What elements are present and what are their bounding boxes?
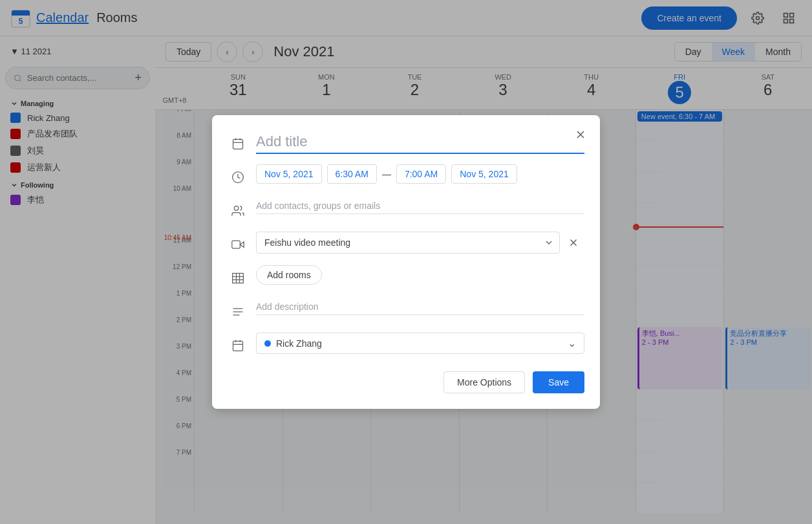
save-button[interactable]: Save — [533, 371, 584, 393]
calendar-icon-svg — [231, 339, 244, 352]
svg-point-18 — [234, 206, 239, 211]
dialog-overlay[interactable]: Nov 5, 2021 6:30 AM — 7:00 AM Nov 5, 202… — [0, 0, 812, 524]
datetime-field: Nov 5, 2021 6:30 AM — 7:00 AM Nov 5, 202… — [256, 164, 584, 184]
description-input[interactable] — [256, 299, 584, 315]
meeting-select-wrapper: Feishu video meeting — [256, 232, 560, 254]
rooms-field: Add rooms — [256, 265, 584, 285]
building-icon — [228, 268, 248, 289]
contacts-icon — [228, 201, 248, 221]
meeting-selected-value: Feishu video meeting — [257, 232, 539, 253]
text-icon — [231, 305, 244, 318]
calendar-icon — [228, 335, 248, 356]
contacts-input[interactable] — [256, 198, 584, 214]
contacts-row — [228, 198, 584, 221]
calendar-select-field: Rick Zhang ⌄ — [256, 333, 584, 354]
svg-marker-19 — [240, 242, 244, 247]
dialog-close-button[interactable] — [569, 123, 592, 146]
svg-rect-23 — [233, 274, 244, 283]
meeting-row: Feishu video meeting — [228, 232, 584, 255]
video-camera-icon — [231, 238, 244, 251]
contacts-field — [256, 198, 584, 214]
close-icon — [574, 128, 587, 141]
svg-rect-13 — [233, 139, 243, 149]
calendar-chevron[interactable]: ⌄ — [568, 337, 576, 349]
calendar-row: Rick Zhang ⌄ — [228, 333, 584, 356]
add-rooms-button[interactable]: Add rooms — [256, 265, 322, 285]
start-time-button[interactable]: 6:30 AM — [327, 164, 377, 184]
end-time-button[interactable]: 7:00 AM — [396, 164, 446, 184]
calendar-selected-name: Rick Zhang — [276, 338, 568, 349]
meeting-clear-button[interactable] — [562, 234, 584, 251]
building-icon-svg — [231, 272, 244, 285]
meeting-chevron-button[interactable] — [539, 235, 559, 250]
title-input[interactable] — [256, 131, 584, 154]
video-icon — [228, 234, 248, 255]
more-options-button[interactable]: More Options — [443, 371, 525, 393]
title-row — [228, 131, 584, 154]
clock-icon-svg — [231, 171, 244, 184]
description-row — [228, 299, 584, 322]
title-icon — [228, 133, 248, 154]
title-field — [256, 131, 584, 154]
rooms-row: Add rooms — [228, 265, 584, 289]
dialog-actions: More Options Save — [228, 371, 584, 393]
svg-rect-31 — [233, 341, 243, 351]
time-dash: — — [382, 169, 391, 179]
start-date-button[interactable]: Nov 5, 2021 — [256, 164, 322, 184]
description-field — [256, 299, 584, 315]
calendar-add-icon — [231, 137, 244, 150]
people-icon — [231, 204, 244, 217]
end-date-button[interactable]: Nov 5, 2021 — [451, 164, 517, 184]
meeting-field: Feishu video meeting — [256, 232, 584, 254]
clock-icon — [228, 167, 248, 188]
calendar-select-wrapper[interactable]: Rick Zhang ⌄ — [256, 333, 584, 354]
date-time-row: Nov 5, 2021 6:30 AM — 7:00 AM Nov 5, 202… — [256, 164, 584, 184]
datetime-row: Nov 5, 2021 6:30 AM — 7:00 AM Nov 5, 202… — [228, 164, 584, 188]
calendar-color-dot — [264, 340, 271, 347]
create-event-dialog: Nov 5, 2021 6:30 AM — 7:00 AM Nov 5, 202… — [212, 115, 600, 409]
meeting-select-row: Feishu video meeting — [256, 232, 584, 254]
clear-meeting-icon — [568, 237, 579, 248]
svg-rect-20 — [232, 241, 240, 248]
description-icon — [228, 301, 248, 322]
chevron-down-icon-meeting — [544, 237, 554, 248]
